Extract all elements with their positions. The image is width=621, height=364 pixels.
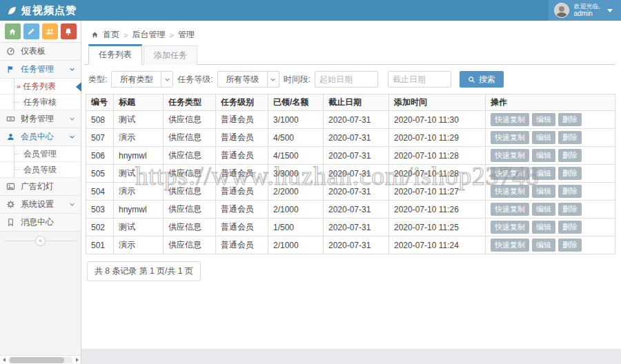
user-menu[interactable]: 欢迎光临, admin xyxy=(549,0,621,21)
sidebar-item-task-list[interactable]: » 任务列表 xyxy=(0,79,81,94)
row-action-delete[interactable]: 删除 xyxy=(558,239,582,252)
sidebar-item-member-level[interactable]: 会员等级 xyxy=(0,162,81,178)
notifications-shortcut-button[interactable] xyxy=(61,23,77,39)
row-action-delete[interactable]: 删除 xyxy=(558,221,582,234)
sidebar-item-task-review[interactable]: 任务审核 xyxy=(0,94,81,110)
cell-actions: 快速复制编辑删除 xyxy=(486,236,615,254)
scrollbar-thumb[interactable] xyxy=(10,357,64,363)
sidebar-collapse-toggle[interactable]: « xyxy=(35,236,46,246)
tab-add-task[interactable]: 添加任务 xyxy=(144,46,197,65)
task-table: 编号标题任务类型任务级别已领/名额截止日期添加时间操作 508测试供应信息普通会… xyxy=(86,94,615,254)
row-action-quick-copy[interactable]: 快速复制 xyxy=(491,221,529,234)
row-action-quick-copy[interactable]: 快速复制 xyxy=(491,203,529,216)
chevron-down-icon xyxy=(69,201,75,208)
cell-id: 502 xyxy=(86,219,114,236)
home-shortcut-button[interactable] xyxy=(5,23,21,39)
pencil-icon xyxy=(27,28,35,36)
sidebar-item-dashboard[interactable]: 仪表板 xyxy=(0,43,81,61)
cell-quota: 3/1000 xyxy=(268,111,324,129)
main-content: 首页 > 后台管理 > 管理 任务列表 添加任务 类型: 所有类型 任务等级: … xyxy=(81,21,621,364)
home-icon xyxy=(8,28,17,36)
tab-task-list[interactable]: 任务列表 xyxy=(88,44,142,65)
scrollbar-track[interactable] xyxy=(8,357,72,363)
search-icon xyxy=(468,76,475,83)
sidebar-item-ad-slides[interactable]: 广告幻灯 xyxy=(0,178,81,196)
sidebar-item-member-center[interactable]: 会员中心 xyxy=(0,128,81,146)
sidebar-item-member-management[interactable]: 会员管理 xyxy=(0,146,81,162)
cell-title: 测试 xyxy=(114,165,164,183)
search-button[interactable]: 搜索 xyxy=(460,71,504,88)
row-action-edit[interactable]: 编辑 xyxy=(532,239,555,252)
table-row: 507演示供应信息普通会员4/5002020-07-312020-07-10 1… xyxy=(86,129,615,147)
breadcrumb-home[interactable]: 首页 xyxy=(103,29,119,41)
level-select[interactable]: 所有等级 xyxy=(217,71,279,88)
row-action-quick-copy[interactable]: 快速复制 xyxy=(491,149,529,162)
cell-deadline: 2020-07-31 xyxy=(324,147,389,165)
users-shortcut-button[interactable] xyxy=(42,23,58,39)
sidebar-item-system-settings[interactable]: 系统设置 xyxy=(0,196,81,214)
cell-type: 供应信息 xyxy=(164,201,216,219)
table-row: 503hnymwl供应信息普通会员2/10002020-07-312020-07… xyxy=(86,201,615,219)
username-text: admin xyxy=(573,10,600,17)
start-date-input[interactable] xyxy=(315,71,378,88)
money-icon xyxy=(6,114,17,123)
sidebar-item-finance[interactable]: 财务管理 xyxy=(0,110,81,128)
row-action-delete[interactable]: 删除 xyxy=(558,203,582,216)
row-action-quick-copy[interactable]: 快速复制 xyxy=(491,185,529,198)
edit-shortcut-button[interactable] xyxy=(23,23,39,39)
row-action-quick-copy[interactable]: 快速复制 xyxy=(491,239,529,252)
cell-level: 普通会员 xyxy=(216,236,268,254)
cell-level: 普通会员 xyxy=(216,147,268,165)
table-row: 504演示供应信息普通会员2/20002020-07-312020-07-10 … xyxy=(86,183,615,201)
cell-id: 505 xyxy=(86,165,114,183)
row-action-edit[interactable]: 编辑 xyxy=(532,221,555,234)
scroll-left-arrow[interactable] xyxy=(0,356,8,364)
brand[interactable]: 短视频点赞 xyxy=(0,4,77,17)
row-action-edit[interactable]: 编辑 xyxy=(532,131,555,144)
sidebar-item-task-management[interactable]: 任务管理 xyxy=(0,61,81,79)
row-action-delete[interactable]: 删除 xyxy=(558,131,582,144)
chevron-down-icon xyxy=(69,66,75,72)
sidebar-label: 财务管理 xyxy=(21,113,54,125)
sidebar-item-message-center[interactable]: 消息中心 xyxy=(0,214,81,232)
row-action-edit[interactable]: 编辑 xyxy=(532,113,555,126)
row-action-delete[interactable]: 删除 xyxy=(558,149,582,162)
cell-quota: 4/1500 xyxy=(268,147,324,165)
scroll-right-arrow[interactable] xyxy=(73,356,81,364)
table-container: 编号标题任务类型任务级别已领/名额截止日期添加时间操作 508测试供应信息普通会… xyxy=(84,94,615,254)
cell-quota: 1/500 xyxy=(268,219,324,236)
sidebar-label: 系统设置 xyxy=(21,199,54,210)
row-action-edit[interactable]: 编辑 xyxy=(532,149,555,162)
cell-title: 演示 xyxy=(114,236,164,254)
home-icon xyxy=(91,31,99,39)
sidebar-horizontal-scrollbar[interactable] xyxy=(0,355,81,364)
row-action-edit[interactable]: 编辑 xyxy=(532,185,555,198)
row-action-quick-copy[interactable]: 快速复制 xyxy=(491,113,529,126)
breadcrumb-admin[interactable]: 后台管理 xyxy=(132,29,165,41)
cell-actions: 快速复制编辑删除 xyxy=(486,147,615,165)
row-action-edit[interactable]: 编辑 xyxy=(532,167,555,180)
cell-title: hnymwl xyxy=(114,201,164,219)
cell-title: 演示 xyxy=(114,129,164,147)
active-marker-icon: » xyxy=(17,82,21,90)
cell-actions: 快速复制编辑删除 xyxy=(486,219,615,236)
row-action-quick-copy[interactable]: 快速复制 xyxy=(491,167,529,180)
end-date-input[interactable] xyxy=(388,71,451,88)
cell-level: 普通会员 xyxy=(216,111,268,129)
row-action-delete[interactable]: 删除 xyxy=(558,167,582,180)
cell-id: 504 xyxy=(86,183,114,201)
avatar xyxy=(554,3,569,18)
row-action-quick-copy[interactable]: 快速复制 xyxy=(491,131,529,144)
cell-level: 普通会员 xyxy=(216,219,268,236)
sidebar-label: 会员中心 xyxy=(21,131,54,143)
cell-quota: 2/2000 xyxy=(268,183,324,201)
type-select[interactable]: 所有类型 xyxy=(111,71,173,88)
cell-deadline: 2020-07-31 xyxy=(324,111,389,129)
row-action-delete[interactable]: 删除 xyxy=(558,185,582,198)
cell-deadline: 2020-07-31 xyxy=(324,183,389,201)
sidebar-collapse-bar: « xyxy=(0,234,81,247)
row-action-edit[interactable]: 编辑 xyxy=(532,203,555,216)
row-action-delete[interactable]: 删除 xyxy=(558,113,582,126)
cell-added: 2020-07-10 11:30 xyxy=(389,111,486,129)
cell-actions: 快速复制编辑删除 xyxy=(486,111,615,129)
